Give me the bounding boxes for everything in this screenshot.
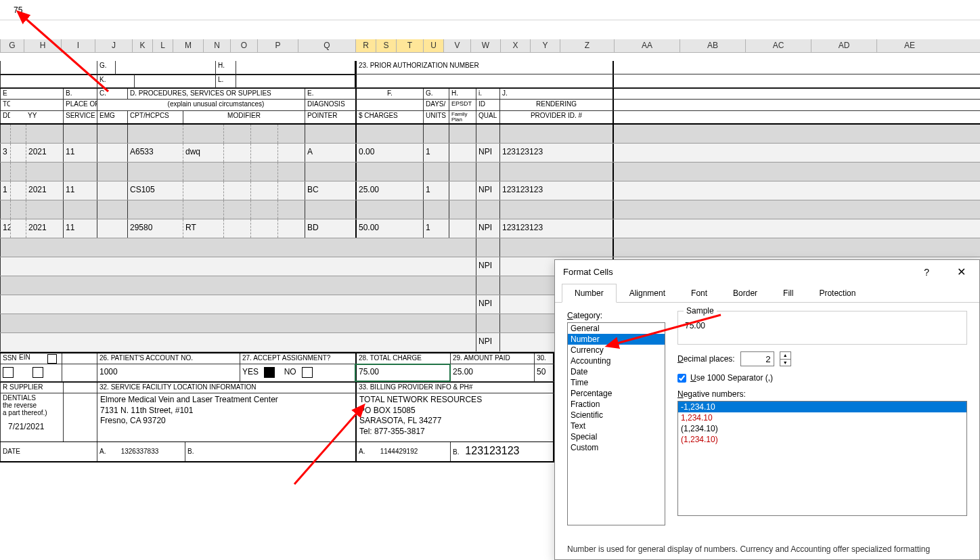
negative-item[interactable]: (1,234.10) <box>678 434 966 445</box>
formula-bar[interactable]: 75 <box>0 0 980 20</box>
form-cell: DAYS/ <box>423 100 449 110</box>
form-cell: EIN <box>17 353 45 364</box>
spinner-down[interactable]: ▼ <box>780 360 790 366</box>
column-header-X[interactable]: X <box>500 39 530 52</box>
decimal-spinner[interactable]: ▲ ▼ <box>780 351 791 366</box>
category-item-fraction[interactable]: Fraction <box>568 399 665 410</box>
help-button[interactable]: ? <box>918 267 935 278</box>
column-header-P[interactable]: P <box>257 39 298 52</box>
total-charge-cell[interactable]: 75.00 <box>355 364 450 381</box>
form-cell <box>63 393 97 441</box>
column-header-L[interactable]: L <box>152 39 173 52</box>
form-cell <box>62 364 97 381</box>
negative-list[interactable]: -1,234.101,234.10(1,234.10)(1,234.10) <box>677 401 967 516</box>
tab-protection[interactable]: Protection <box>806 284 868 302</box>
form-cell <box>97 100 127 110</box>
data-row[interactable]: 12 2021 11 29580 RT BD 50.00 1 NPI 12312… <box>0 219 980 238</box>
no-checkbox[interactable] <box>302 367 313 378</box>
column-header-J[interactable]: J <box>95 39 132 52</box>
column-header-W[interactable]: W <box>470 39 500 52</box>
column-header-Q[interactable]: Q <box>298 39 355 52</box>
balance-cell[interactable]: 50 <box>534 364 554 381</box>
form-cell: L. <box>215 74 236 87</box>
spinner-up[interactable]: ▲ <box>780 352 790 360</box>
form-cell <box>10 100 63 110</box>
tab-number[interactable]: Number <box>562 284 617 303</box>
form-cell: 29. AMOUNT PAID <box>450 353 534 364</box>
column-header-I[interactable]: I <box>61 39 95 52</box>
column-header-U[interactable]: U <box>423 39 443 52</box>
category-list[interactable]: GeneralNumberCurrencyAccountingDateTimeP… <box>567 322 665 525</box>
accept-assignment[interactable]: YES NO <box>240 364 355 381</box>
column-header-AA[interactable]: AA <box>614 39 680 52</box>
close-button[interactable]: ✕ <box>952 265 971 278</box>
yes-checkbox[interactable] <box>264 367 275 378</box>
account-no-cell[interactable]: 1000 <box>97 364 240 381</box>
box31-text: DENTIALS the reverse a part thereof.) 7/… <box>0 393 63 441</box>
category-item-scientific[interactable]: Scientific <box>568 410 665 421</box>
form-cell: C. <box>97 89 127 99</box>
negative-item[interactable]: (1,234.10) <box>678 423 966 434</box>
category-item-percentage[interactable]: Percentage <box>568 388 665 399</box>
form-cell: K. <box>97 74 134 87</box>
column-header-Z[interactable]: Z <box>560 39 614 52</box>
column-header-O[interactable]: O <box>230 39 257 52</box>
column-header-Y[interactable]: Y <box>530 39 560 52</box>
dialog-header[interactable]: Format Cells ? ✕ <box>555 260 979 284</box>
category-item-currency[interactable]: Currency <box>568 345 665 356</box>
category-item-general[interactable]: General <box>568 323 665 334</box>
column-header-H[interactable]: H <box>24 39 61 52</box>
amount-paid-cell[interactable]: 25.00 <box>450 364 534 381</box>
format-cells-dialog[interactable]: Format Cells ? ✕ NumberAlignmentFontBord… <box>554 259 980 560</box>
separator-checkbox[interactable] <box>677 374 686 383</box>
billing-address: TOTAL NETWORK RESOURCES PO BOX 15085 SAR… <box>355 393 554 441</box>
column-header-AE[interactable]: AE <box>876 39 942 52</box>
tab-border[interactable]: Border <box>720 284 770 302</box>
form-cell: E. <box>305 89 355 99</box>
separator-label: Use 1000 Separator (,) <box>690 373 773 383</box>
column-header-V[interactable]: V <box>443 39 470 52</box>
form-cell: G. <box>97 61 115 74</box>
form-cell: DD <box>0 111 10 123</box>
ssn-checkbox[interactable] <box>0 364 30 381</box>
dialog-footer-text: Number is used for general display of nu… <box>567 544 967 554</box>
tab-font[interactable]: Font <box>678 284 720 302</box>
form-cell <box>355 74 614 87</box>
form-cell: QUAL <box>476 111 499 123</box>
form-cell: EMG <box>97 111 127 123</box>
column-header-M[interactable]: M <box>173 39 203 52</box>
form-cell: SERVICE <box>63 111 97 123</box>
form-cell <box>10 89 63 99</box>
ein-checkbox[interactable] <box>45 353 62 364</box>
column-header-S[interactable]: S <box>376 39 396 52</box>
category-item-time[interactable]: Time <box>568 377 665 388</box>
category-item-special[interactable]: Special <box>568 431 665 442</box>
column-header-AB[interactable]: AB <box>680 39 745 52</box>
form-cell: A. 1326337833 <box>97 442 185 461</box>
form-cell: J. <box>499 89 537 99</box>
column-header-AC[interactable]: AC <box>745 39 811 52</box>
data-row[interactable]: 3 2021 11 A6533 dwq A 0.00 1 NPI 1231231… <box>0 144 980 163</box>
category-item-accounting[interactable]: Accounting <box>568 356 665 366</box>
form-cell: H. <box>449 89 476 99</box>
column-header-R[interactable]: R <box>355 39 376 52</box>
decimal-input[interactable] <box>740 351 774 366</box>
negative-item[interactable]: -1,234.10 <box>678 402 966 412</box>
ein-checkbox2[interactable] <box>30 364 62 381</box>
tab-fill[interactable]: Fill <box>770 284 806 302</box>
category-item-number[interactable]: Number <box>568 334 665 345</box>
form-cell <box>236 61 355 74</box>
form-cell: 23. PRIOR AUTHORIZATION NUMBER <box>355 61 614 74</box>
column-header-K[interactable]: K <box>132 39 152 52</box>
tab-alignment[interactable]: Alignment <box>617 284 678 302</box>
column-header-T[interactable]: T <box>396 39 423 52</box>
category-item-date[interactable]: Date <box>568 366 665 377</box>
category-item-text[interactable]: Text <box>568 421 665 431</box>
column-header-AD[interactable]: AD <box>811 39 876 52</box>
column-header-N[interactable]: N <box>203 39 230 52</box>
negative-item[interactable]: 1,234.10 <box>678 412 966 423</box>
category-item-custom[interactable]: Custom <box>568 442 665 453</box>
data-row[interactable]: 1 2021 11 CS105 BC 25.00 1 NPI 123123123 <box>0 181 980 200</box>
form-cell: RENDERING <box>499 100 614 110</box>
column-header-G[interactable]: G <box>0 39 24 52</box>
